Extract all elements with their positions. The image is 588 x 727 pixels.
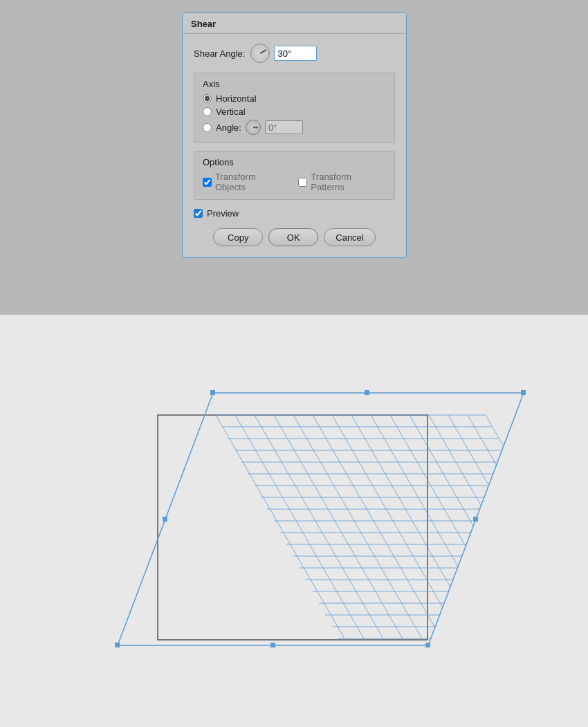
axis-dial-indicator	[253, 127, 258, 128]
shear-angle-label: Shear Angle:	[194, 48, 245, 59]
options-legend: Options	[203, 157, 386, 167]
axis-group: Axis Horizontal Vertical Angle:	[194, 73, 395, 142]
shear-grid	[115, 390, 588, 647]
shear-angle-dial[interactable]	[250, 44, 270, 63]
svg-rect-0	[158, 415, 428, 640]
vertical-radio-row: Vertical	[203, 107, 386, 117]
shear-angle-input[interactable]	[274, 46, 317, 61]
transform-patterns-label[interactable]: Transform Patterns	[311, 172, 386, 192]
preview-checkbox[interactable]	[194, 209, 203, 218]
transform-objects-checkbox[interactable]	[203, 178, 212, 187]
corner-anchor-tr	[521, 390, 526, 395]
transform-objects-label[interactable]: Transform Objects	[215, 172, 287, 192]
horizontal-radio[interactable]	[203, 94, 212, 103]
corner-anchor-tl	[210, 390, 215, 395]
svg-line-35	[468, 415, 588, 640]
horizontal-label[interactable]: Horizontal	[216, 93, 257, 104]
svg-line-22	[216, 415, 345, 640]
angle-radio-row: Angle:	[203, 120, 386, 135]
ok-button[interactable]: OK	[268, 228, 318, 246]
svg-line-26	[293, 415, 423, 640]
svg-line-25	[274, 415, 403, 640]
preview-label[interactable]: Preview	[207, 208, 239, 219]
transform-patterns-row: Transform Patterns	[298, 172, 386, 192]
corner-anchor-br	[425, 643, 430, 647]
svg-line-27	[313, 415, 442, 640]
cancel-button[interactable]: Cancel	[324, 228, 375, 246]
angle-label[interactable]: Angle:	[216, 122, 241, 133]
top-area: Shear Shear Angle: Axis Horizontal	[0, 0, 588, 315]
dialog-body: Shear Angle: Axis Horizontal Vertical	[183, 34, 406, 257]
copy-button[interactable]: Copy	[213, 228, 263, 246]
svg-line-34	[448, 415, 578, 640]
svg-line-32	[410, 415, 539, 640]
svg-line-23	[235, 415, 365, 640]
edge-anchor-bottom	[270, 643, 275, 647]
corner-anchor-bl	[115, 643, 120, 647]
angle-radio[interactable]	[203, 123, 212, 132]
vertical-radio[interactable]	[203, 107, 212, 116]
transform-objects-row: Transform Objects	[203, 172, 287, 192]
options-group: Options Transform Objects Transform Patt…	[194, 151, 395, 200]
axis-angle-dial[interactable]	[246, 120, 261, 135]
options-row: Transform Objects Transform Patterns	[203, 172, 386, 192]
buttons-row: Copy OK Cancel	[194, 228, 395, 246]
edge-anchor-top	[365, 390, 369, 395]
dial-indicator	[260, 49, 266, 53]
dialog-title: Shear	[191, 19, 216, 29]
transform-patterns-checkbox[interactable]	[298, 178, 307, 187]
svg-line-36	[486, 415, 588, 640]
shear-angle-row: Shear Angle:	[194, 44, 395, 63]
edge-anchor-left	[163, 517, 167, 522]
dialog-titlebar: Shear	[183, 13, 406, 34]
shear-preview-svg	[0, 315, 588, 727]
horizontal-radio-row: Horizontal	[203, 93, 386, 104]
svg-line-24	[255, 415, 384, 640]
svg-marker-1	[118, 393, 524, 645]
preview-row: Preview	[194, 208, 395, 219]
axis-angle-input[interactable]	[265, 120, 303, 134]
shear-dialog: Shear Shear Angle: Axis Horizontal	[182, 12, 407, 258]
svg-line-33	[429, 415, 558, 640]
svg-marker-37	[118, 393, 524, 645]
svg-line-30	[371, 415, 500, 640]
svg-line-28	[332, 415, 461, 640]
axis-legend: Axis	[203, 79, 386, 89]
canvas-area	[0, 315, 588, 727]
svg-line-31	[390, 415, 520, 640]
vertical-label[interactable]: Vertical	[216, 107, 246, 117]
svg-line-29	[351, 415, 481, 640]
edge-anchor-right	[473, 517, 478, 522]
